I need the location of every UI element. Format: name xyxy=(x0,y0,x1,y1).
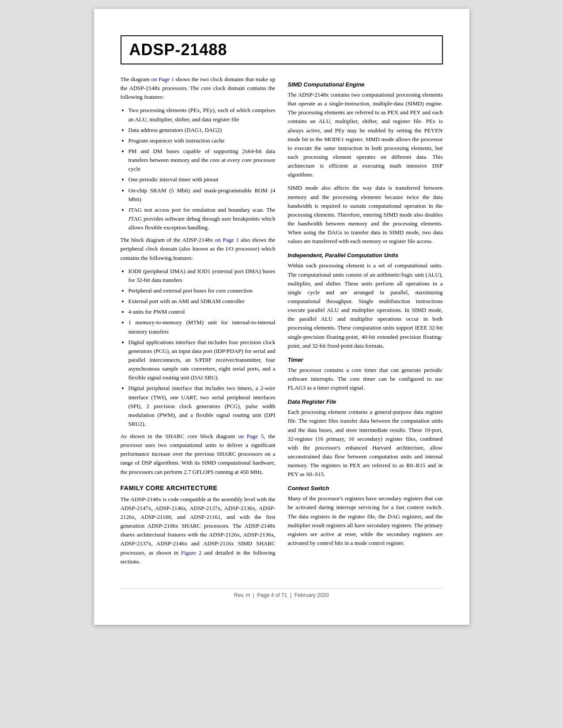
page: ADSP-21488 The diagram on Page 1 shows t… xyxy=(94,9,469,625)
bullet-1-7: JTAG test access port for emulation and … xyxy=(128,206,276,232)
header-box: ADSP-21488 xyxy=(121,35,443,64)
footer-date: February 2020 xyxy=(295,592,329,598)
subsection-parallel-para: Within each processing element is a set … xyxy=(288,261,443,350)
bullet-1-3: Program sequencer with instruction cache xyxy=(128,136,276,145)
footer-revision: Rev. H xyxy=(234,592,250,598)
bullet-2-5: 1 memory-to-memory (MTM) unit for intern… xyxy=(128,318,276,336)
subsection-timer-para: The processor contains a core timer that… xyxy=(288,366,443,392)
bullet-2-3: External port with an AMI and SDRAM cont… xyxy=(128,297,276,306)
subsection-dataregfile-para: Each processing element contains a gener… xyxy=(288,408,443,479)
footer-page-info: Page 4 of 71 xyxy=(257,592,287,598)
on-page1-link[interactable]: on Page 1 xyxy=(151,76,174,83)
bullet-2-1: IOD0 (peripheral DMA) and IOD1 (external… xyxy=(128,267,276,285)
bullet-2-4: 4 units for PWM control xyxy=(128,308,276,316)
right-column: SIMD Computational Engine The ADSP-2148x… xyxy=(288,75,443,570)
subsection-contextswitch-heading: Context Switch xyxy=(288,485,443,492)
intro-para1: The diagram on Page 1 shows the two cloc… xyxy=(121,75,276,101)
bullet-1-6: On-chip SRAM (5 Mbit) and mask-programma… xyxy=(128,186,276,204)
page-title: ADSP-21488 xyxy=(129,41,227,59)
on-page5-link[interactable]: on Page 5 xyxy=(238,433,264,439)
intro-para2: The block diagram of the ADSP-2148x on P… xyxy=(121,236,276,262)
subsection-dataregfile-heading: Data Register File xyxy=(288,398,443,405)
figure2-link[interactable]: Figure 2 xyxy=(181,549,202,556)
bullet-1-4: PM and DM buses capable of supporting 2x… xyxy=(128,147,276,173)
subsection-contextswitch-para: Many of the processor's registers have s… xyxy=(288,494,443,548)
footer: Rev. H | Page 4 of 71 | February 2020 xyxy=(121,588,443,598)
bullet-2-7: Digital peripheral interface that includ… xyxy=(128,384,276,428)
subsection-simd-para2: SIMD mode also affects the way data is t… xyxy=(288,184,443,246)
left-column: The diagram on Page 1 shows the two cloc… xyxy=(121,75,276,570)
subsection-simd-heading: SIMD Computational Engine xyxy=(288,81,443,88)
subsection-simd-para1: The ADSP-2148x contains two computationa… xyxy=(288,90,443,179)
bullet-2-6: Digital applications interface that incl… xyxy=(128,338,276,383)
bullet-2-2: Peripheral and external port buses for c… xyxy=(128,286,276,295)
bullet-1-5: One periodic interval timer with pinout xyxy=(128,175,276,184)
on-page1-link2[interactable]: on Page 1 xyxy=(215,236,239,243)
bullets-list-1: Two processing elements (PEx, PEy), each… xyxy=(128,106,276,232)
bullet-1-1: Two processing elements (PEx, PEy), each… xyxy=(128,106,276,124)
intro-para3: As shown in the SHARC core block diagram… xyxy=(121,432,276,477)
two-column-layout: The diagram on Page 1 shows the two cloc… xyxy=(121,75,443,570)
bullet-1-2: Data address generators (DAG1, DAG2) xyxy=(128,126,276,135)
section-family-core: FAMILY CORE ARCHITECTURE xyxy=(121,484,276,492)
subsection-parallel-heading: Independent, Parallel Computation Units xyxy=(288,252,443,259)
bullets-list-2: IOD0 (peripheral DMA) and IOD1 (external… xyxy=(128,267,276,428)
section1-para: The ADSP-2148x is code compatible at the… xyxy=(121,495,276,566)
subsection-timer-heading: Timer xyxy=(288,356,443,363)
